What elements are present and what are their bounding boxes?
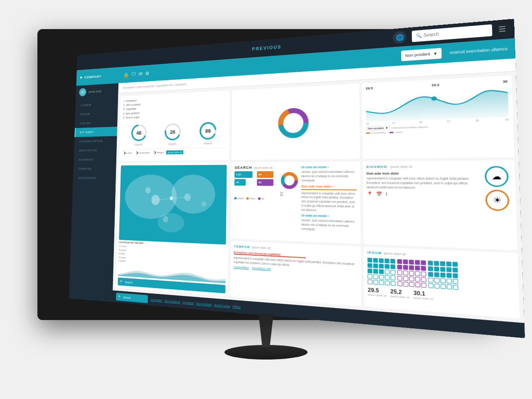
eiusmod-card: EIUSMOD Ipsum dolor sit Duis aute irure …: [363, 160, 517, 250]
svg-point-10: [125, 175, 177, 220]
footer-link-5[interactable]: Officia: [232, 305, 240, 308]
footer-link-0[interactable]: Excepteur: [150, 298, 162, 302]
sidebar-item-incididunt[interactable]: INCIDIDUNT: [73, 173, 116, 183]
tempor-card: TEMPOR Ipsum dolor sit Excepteur sint oc…: [230, 241, 362, 306]
tab-arrow-icon: [153, 151, 156, 154]
footer-link-4[interactable]: Sunt in culpa: [214, 303, 230, 307]
donut-card: [232, 84, 360, 160]
info-icon[interactable]: ℹ: [386, 191, 388, 196]
stand-neck: [254, 314, 278, 347]
footer-link-1[interactable]: Sint occaecat: [165, 299, 180, 303]
monitor-stand: [224, 314, 308, 370]
eiusmod-title-row: EIUSMOD Ipsum dolor sit: [367, 164, 480, 170]
section-link-2[interactable]: Duis aute irure dolor ›: [301, 184, 357, 188]
arrow-icon-3: ›: [328, 214, 329, 218]
line-card: 29.5 33.2 30: [362, 75, 515, 159]
globe-icon[interactable]: 🌐: [393, 31, 406, 44]
section-link-1[interactable]: Ut enim ad minim ›: [301, 165, 356, 169]
tab-lorem[interactable]: Lorem: [122, 151, 133, 155]
arrow-icon-2: ›: [332, 184, 333, 188]
sidebar-item-consectetur[interactable]: CONSECTETUR: [74, 136, 117, 146]
screen: PREVIOUS 🌐 🔍 ☰ ⚑ COMPANY JD: [69, 19, 525, 338]
search-bar-card: SEARCH Ipsum dolor sit 2.1K: [231, 162, 361, 244]
circle-stat-0: 48 Search: [130, 123, 148, 146]
ipsum-card: IPSUM Ipsum dolor sit: [364, 246, 520, 318]
bar-row-0: 2.1K: [234, 171, 254, 178]
circle-stats: 48 Search: [122, 118, 227, 148]
eiusmod-bottom-icons: 📍 📅 ℹ: [367, 191, 480, 197]
line-chart-dropdown[interactable]: Non proident ▼: [366, 126, 390, 131]
avatar: JD: [79, 88, 86, 96]
dot-grid-purple: [397, 259, 426, 288]
svg-point-11: [171, 175, 216, 214]
settings-icon[interactable]: ⚙: [145, 70, 149, 76]
sidebar-nav: LOREM IPSUM DOLOR SIT AMET CONSECTETUR A…: [69, 98, 118, 302]
eiusmod-text: EIUSMOD Ipsum dolor sit Duis aute irure …: [367, 164, 480, 212]
pin-icon[interactable]: 📍: [367, 191, 372, 196]
monitor-body: PREVIOUS 🌐 🔍 ☰ ⚑ COMPANY JD: [37, 29, 495, 320]
lock-icon[interactable]: 🔒: [123, 71, 129, 77]
sidebar-header: ⚑ COMPANY: [76, 67, 119, 86]
search-bar-chart-section: SEARCH Ipsum dolor sit 2.1K: [234, 165, 299, 238]
dot-grid-teal: [367, 258, 396, 286]
sidebar: ⚑ COMPANY JD JOHN DOE LOREM IPSUM DOLOR …: [69, 67, 119, 302]
ipsum-stat-1: 25.2 Ipsum dolor sit: [390, 288, 409, 299]
footer-link-2[interactable]: Cupidatat: [182, 300, 194, 304]
bar-legend: Ipsum Dolor Sit: [234, 197, 299, 200]
eiusmod-heading: Duis aute irure dolor: [367, 172, 480, 175]
tempor-link-2[interactable]: Excepteur sint: [252, 266, 271, 271]
footer-search[interactable]: 🔍 Search: [116, 293, 148, 303]
footer-link-3[interactable]: Non proident: [196, 302, 212, 306]
search-icon: 🔍: [416, 33, 421, 39]
tab-consectetur[interactable]: Consectetur: [134, 151, 151, 155]
bar-chart-mixed: 6K 6K: [257, 171, 278, 197]
bar-chart-teal: 2.1K 1K: [234, 171, 255, 196]
calendar-icon[interactable]: 📅: [376, 191, 382, 196]
donut-chart: [276, 106, 310, 140]
bar-row-2: 6K: [257, 171, 278, 178]
header-text: nostrud exercitation ullamco: [449, 47, 507, 55]
sidebar-item-sit-amet[interactable]: SIT AMET: [74, 127, 117, 137]
section-link-3[interactable]: Ut enim ad minim ›: [301, 214, 357, 219]
sun-icon-circle: ☀: [485, 190, 510, 211]
shield-icon[interactable]: 🛡: [131, 71, 136, 77]
sidebar-item-tempor[interactable]: TEMPOR: [73, 164, 116, 174]
map-card: LOCATION ON THE MAP 1 Lorem 2 Ipsum 3 Do…: [116, 163, 229, 296]
sidebar-logo: COMPANY: [84, 74, 101, 79]
sidebar-item-adipiscing[interactable]: ADIPISCING: [74, 145, 117, 155]
line-chart-container: [366, 84, 509, 121]
eiusmod-icons: ☁ ☀: [482, 164, 512, 213]
search-icon-footer: 🔍: [118, 295, 122, 299]
circle-stat-1: 26 Search: [163, 121, 182, 145]
tab-arrow-icon: [135, 151, 138, 155]
tab-arrow-icon: [123, 151, 126, 155]
user-row: JD JOHN DOE: [76, 83, 118, 100]
circle-stat-2: 89 Search: [198, 120, 218, 145]
main-layout: ⚑ COMPANY JD JOHN DOE LOREM IPSUM DOLOR …: [69, 38, 525, 338]
bar-row-1: 1K: [234, 179, 254, 186]
divider: [301, 189, 357, 190]
tempor-link-1[interactable]: Consectetur: [234, 266, 249, 269]
chevron-down-icon: ▼: [433, 51, 438, 56]
mail-icon[interactable]: ✉: [138, 71, 142, 76]
username: JOHN DOE: [88, 89, 101, 94]
list-items: 1Excepteur 2Sint occaecat 3Cupidatat 4No…: [123, 94, 227, 120]
cloud-icon-circle: ☁: [485, 166, 509, 187]
tab-tempor[interactable]: Tempor: [152, 150, 165, 155]
map-bg: [119, 165, 227, 245]
search-card-title-row: SEARCH Ipsum dolor sit: [234, 165, 298, 170]
search-box[interactable]: 🔍: [412, 24, 493, 42]
svg-point-12: [158, 213, 185, 233]
tab-ipsum[interactable]: Ipsum dolor sit: [166, 150, 183, 154]
ipsum-stat-0: 29.5 Ipsum dolor sit: [368, 287, 387, 297]
hamburger-icon[interactable]: ☰: [498, 25, 506, 34]
stand-base: [224, 345, 308, 360]
dashboard: 1Excepteur 2Sint occaecat 3Cupidatat 4No…: [113, 71, 524, 323]
sidebar-item-eiusmod[interactable]: EIUSMOD: [74, 155, 116, 164]
search-input[interactable]: [424, 28, 488, 38]
header-dropdown[interactable]: Non proident ▼: [401, 48, 442, 61]
bar-row-3: 6K: [257, 179, 278, 186]
arrow-icon: ›: [328, 165, 329, 169]
dot-grid-teal-border: [428, 261, 458, 290]
header-icons: 🔒 🛡 ✉ ⚙: [123, 70, 150, 78]
